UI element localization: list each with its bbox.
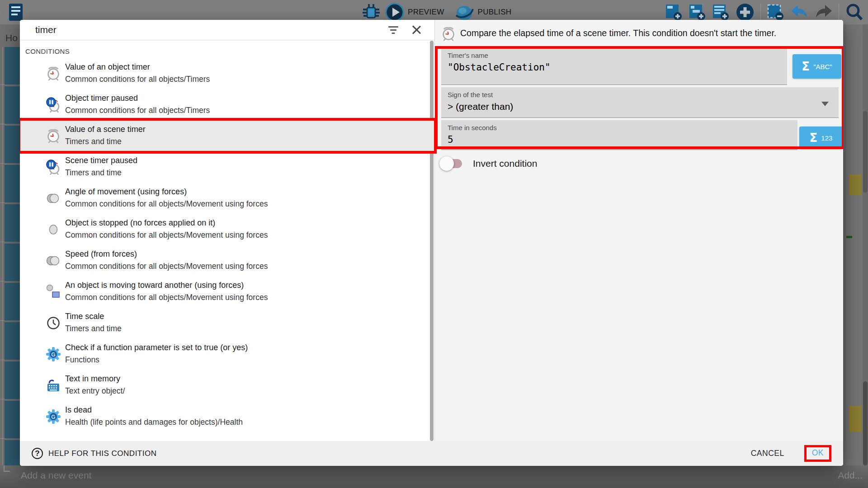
- condition-title: Angle of movement (using forces): [65, 186, 268, 198]
- chevron-down-icon: [821, 102, 829, 106]
- move-toward-icon: [44, 283, 62, 301]
- condition-group: Health (life points and damages for obje…: [65, 416, 243, 428]
- condition-group: Timers and time: [65, 136, 146, 148]
- scrollbar-thumb[interactable]: [863, 111, 868, 192]
- conditions-section-header: CONDITIONS: [25, 47, 434, 55]
- condition-title: Time scale: [65, 310, 122, 323]
- highlighted-event-block: [849, 174, 862, 195]
- number-expression-button[interactable]: Σ 123: [799, 127, 843, 149]
- condition-title: Scene timer paused: [65, 155, 137, 167]
- condition-group: Common conditions for all objects/Moveme…: [65, 291, 268, 304]
- stopped-ball-icon: [44, 221, 62, 239]
- forces-speed-icon: [44, 252, 62, 270]
- string-expression-button[interactable]: Σ "ABC": [793, 54, 841, 79]
- add-comment-icon[interactable]: [712, 3, 730, 22]
- condition-item-an-object-is-moving-toward-another-using-forces[interactable]: An object is moving toward another (usin…: [20, 276, 434, 307]
- event-sheet-scrollbar[interactable]: [863, 24, 868, 465]
- event-sheet-bottom: Add a new event Add...: [0, 465, 868, 488]
- add-subevent-icon[interactable]: [688, 3, 706, 22]
- condition-title: Check if a function parameter is set to …: [65, 342, 248, 354]
- condition-title: Value of a scene timer: [65, 123, 146, 136]
- condition-description: Compare the elapsed time of a scene time…: [460, 28, 776, 38]
- scrollbar-thumb-shadow: [863, 381, 868, 465]
- condition-item-object-timer-paused[interactable]: Object timer pausedCommon conditions for…: [20, 89, 434, 120]
- condition-group: Common conditions for all objects/Moveme…: [65, 229, 268, 241]
- toolbar-separator: [760, 4, 761, 21]
- event-tree-line: [2, 47, 3, 465]
- time-scale-icon: [44, 314, 62, 332]
- event-tree-corner: [4, 465, 10, 472]
- condition-title: Object is stopped (no forces applied on …: [65, 217, 268, 229]
- svg-text:G: G: [51, 352, 55, 358]
- alarm-paused-icon: [44, 158, 62, 176]
- toolbar-separator: [839, 4, 839, 21]
- dialog-footer: ? HELP FOR THIS CONDITION CANCEL OK: [20, 441, 843, 466]
- condition-item-object-is-stopped-no-forces-applied-on-it[interactable]: Object is stopped (no forces applied on …: [20, 214, 434, 245]
- condition-title: An object is moving toward another (usin…: [65, 279, 268, 291]
- search-events-icon[interactable]: [844, 2, 863, 22]
- field-label: Time in seconds: [448, 124, 791, 131]
- highlighted-event-block: [849, 406, 862, 432]
- add-event-icon[interactable]: [665, 3, 683, 22]
- publish-label[interactable]: PUBLISH: [478, 8, 512, 17]
- condition-group: Timers and time: [65, 167, 137, 179]
- event-sheet-left-edge: Ho: [0, 24, 20, 465]
- keyboard-icon: [44, 376, 62, 394]
- alarm-clock-icon: [44, 65, 62, 83]
- field-value: 5: [448, 134, 791, 145]
- cancel-button[interactable]: CANCEL: [751, 449, 784, 458]
- condition-item-is-dead[interactable]: GIs deadHealth (life points and damages …: [20, 401, 434, 432]
- condition-title: Is dead: [65, 404, 243, 416]
- field-label: Sign of the test: [448, 91, 832, 99]
- add-circle-icon[interactable]: [735, 2, 755, 22]
- condition-group: Common conditions for all objects/Moveme…: [65, 260, 268, 272]
- toggle-knob: [439, 156, 454, 171]
- condition-item-value-of-an-object-timer[interactable]: Value of an object timerCommon condition…: [20, 58, 434, 89]
- condition-parameters-panel: Compare the elapsed time of a scene time…: [434, 20, 843, 441]
- field-value: "ObstacleCreation": [448, 62, 781, 73]
- condition-item-scene-timer-paused[interactable]: Scene timer pausedTimers and time: [20, 151, 434, 183]
- list-scrollbar[interactable]: [430, 41, 434, 441]
- sign-of-test-dropdown[interactable]: Sign of the test > (greater than): [441, 87, 839, 118]
- add-new-event-text: Add a new event: [21, 470, 91, 481]
- help-label: HELP FOR THIS CONDITION: [48, 449, 156, 458]
- invert-condition-toggle[interactable]: [440, 158, 463, 169]
- preview-label[interactable]: PREVIEW: [408, 8, 444, 17]
- ok-button[interactable]: OK: [812, 448, 824, 458]
- condition-group: Common conditions for all objects/Timers: [65, 104, 210, 117]
- condition-item-time-scale[interactable]: Time scaleTimers and time: [20, 307, 434, 338]
- condition-item-angle-of-movement-using-forces[interactable]: Angle of movement (using forces)Common c…: [20, 183, 434, 214]
- time-in-seconds-field[interactable]: Time in seconds 5: [441, 120, 797, 150]
- function-gear-icon: G: [44, 408, 62, 426]
- instruction-editor-dialog: timer CONDITIONS Value of an object time…: [20, 20, 843, 466]
- condition-item-value-of-a-scene-timer[interactable]: Value of a scene timerTimers and time: [20, 120, 434, 151]
- annotation-box-ok: OK: [804, 445, 831, 462]
- condition-chooser-panel: timer CONDITIONS Value of an object time…: [20, 20, 434, 441]
- preview-play-icon[interactable]: [385, 3, 404, 22]
- condition-title: Value of an object timer: [65, 61, 210, 73]
- condition-item-text-in-memory[interactable]: Text in memoryText entry object/: [20, 370, 434, 401]
- remove-selection-icon[interactable]: [766, 3, 784, 22]
- debugger-icon[interactable]: [361, 2, 382, 22]
- forces-angle-icon: [44, 189, 62, 207]
- filter-icon[interactable]: [387, 25, 399, 35]
- condition-title: Text in memory: [65, 373, 125, 385]
- timers-name-field[interactable]: Timer's name "ObstacleCreation": [441, 48, 787, 85]
- alarm-paused-icon: [44, 96, 62, 114]
- expression-button-label: "ABC": [813, 63, 832, 70]
- redo-icon[interactable]: [814, 3, 833, 21]
- close-icon[interactable]: [411, 24, 422, 35]
- scene-timer-icon: [440, 25, 457, 42]
- condition-group: Common conditions for all objects/Moveme…: [65, 198, 268, 210]
- publish-globe-icon[interactable]: [454, 3, 474, 22]
- undo-icon[interactable]: [790, 3, 809, 21]
- function-gear-icon: G: [44, 345, 62, 363]
- condition-item-check-if-a-function-parameter-is-set-to-true-or-yes[interactable]: GCheck if a function parameter is set to…: [20, 338, 434, 370]
- green-mark: [846, 236, 852, 238]
- add-more-text: Add...: [838, 470, 863, 481]
- search-input[interactable]: timer: [35, 24, 387, 35]
- field-label: Timer's name: [448, 52, 781, 59]
- invert-condition-label: Invert condition: [473, 158, 537, 169]
- condition-item-speed-from-forces[interactable]: Speed (from forces)Common conditions for…: [20, 245, 434, 276]
- help-link[interactable]: ? HELP FOR THIS CONDITION: [32, 448, 156, 459]
